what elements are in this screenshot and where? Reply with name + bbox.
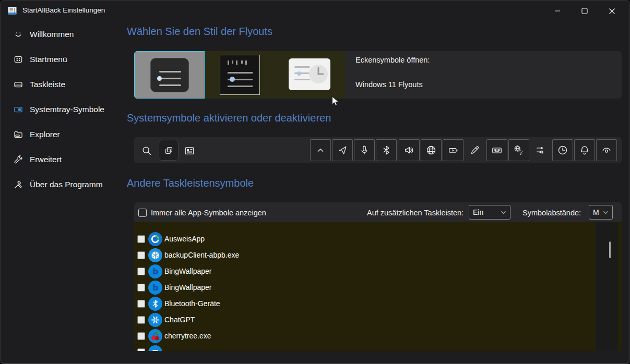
flyout-style-win10-tile[interactable] [220, 55, 260, 95]
list-item[interactable]: Bluetooth-Geräte [134, 296, 593, 312]
app-checkbox[interactable] [137, 251, 145, 259]
slider-knob [297, 71, 301, 76]
scrollbar-thumb[interactable] [609, 241, 611, 258]
list-item[interactable]: backupClient-abpb.exe [134, 248, 593, 264]
app-checkbox[interactable] [137, 348, 145, 351]
tray-toggle-hidden-icons[interactable] [596, 139, 617, 161]
app-name: BingWallpaper [164, 283, 212, 292]
app-name: BingWallpaper [164, 267, 212, 275]
tray-toggle-pen[interactable] [465, 139, 485, 161]
app-name: AusweisApp [164, 235, 205, 243]
svg-text:b: b [152, 283, 158, 293]
corner-icons-value[interactable]: Windows 11 Flyouts [355, 80, 423, 89]
tray-toggle-bluetooth[interactable] [376, 139, 397, 161]
tray-toggle-network[interactable] [421, 139, 442, 161]
battery-icon [447, 144, 459, 156]
close-button[interactable] [598, 1, 625, 21]
bell-icon [579, 144, 590, 156]
chevron-up-icon [315, 144, 326, 156]
sidebar-item-label: Willkommen [30, 30, 74, 39]
search-icon[interactable] [141, 145, 152, 156]
tools-icon [13, 179, 23, 190]
startallback-app-icon [7, 6, 17, 16]
icon-spacing-label: Symbolabstände: [522, 209, 581, 217]
sidebar-item-startmenu[interactable]: Startmenü [1, 50, 126, 69]
system-icons-panel: 字 [134, 137, 622, 163]
app-checkbox[interactable] [137, 332, 145, 340]
app-checkbox[interactable] [137, 300, 145, 308]
tray-toggle-clock[interactable] [552, 139, 573, 161]
titlebar[interactable]: StartAllBack Einstellungen [1, 1, 629, 21]
app-checkbox[interactable] [137, 268, 145, 275]
list-item[interactable]: ChatGPT [134, 312, 593, 329]
chatgpt-icon [148, 313, 162, 327]
app-icon [148, 345, 162, 351]
flyout-style-panel: Eckensymbole öffnen: Windows 11 Flyouts [134, 51, 622, 99]
tray-toggle-notifications[interactable] [574, 139, 595, 161]
wrench-icon [13, 154, 23, 165]
list-item[interactable]: b BingWallpaper [134, 264, 593, 280]
app-checkbox[interactable] [137, 235, 145, 243]
app-checkbox[interactable] [137, 316, 145, 324]
window-title: StartAllBack Einstellungen [22, 6, 105, 14]
app-name: backupClient-abpb.exe [164, 251, 239, 259]
bluetooth-icon [148, 297, 162, 311]
app-name: ChatGPT [164, 316, 195, 324]
list-item[interactable]: AusweisApp [134, 232, 593, 248]
tray-toggle-touch-keyboard[interactable] [486, 139, 507, 161]
sidebar-item-willkommen[interactable]: Willkommen [1, 25, 126, 44]
details-pane-icon[interactable] [184, 145, 195, 156]
other-icons-panel: Immer alle App-Symbole anzeigen Auf zusä… [134, 202, 622, 351]
tray-toggle-battery[interactable] [443, 139, 463, 161]
minimize-icon [554, 8, 561, 14]
folder-icon [13, 129, 23, 140]
minimize-button[interactable] [544, 1, 571, 21]
sidebar-item-label: Startmenü [30, 55, 67, 64]
flyouts-heading: Wählen Sie den Stil der Flyouts [127, 26, 272, 38]
list-item[interactable]: b BingWallpaper [134, 280, 593, 296]
sidebar-item-label: Explorer [30, 130, 60, 139]
microphone-icon [359, 144, 370, 156]
flyout-style-win11-tile[interactable] [134, 51, 205, 99]
sidebar-item-explorer[interactable]: Explorer [1, 125, 126, 144]
sidebar-item-systemtray-symbole[interactable]: Systemtray-Symbole [1, 100, 126, 119]
tray-toggle-chevron-up[interactable] [310, 139, 331, 161]
speaker-icon [403, 144, 415, 156]
bluetooth-icon [381, 144, 392, 156]
keyboard-icon [491, 144, 503, 156]
flyout-style-classic-tile[interactable] [289, 58, 330, 90]
extra-taskbars-select[interactable]: Ein [469, 205, 510, 220]
app-name: cherrytree.exe [164, 332, 211, 340]
window-stack-button[interactable] [159, 140, 179, 161]
sidebar-item-erweitert[interactable]: Erweitert [1, 150, 126, 169]
tray-toggle-volume[interactable] [399, 139, 420, 161]
bing-icon: b [148, 281, 162, 295]
sidebar-item-taskleiste[interactable]: Taskleiste [1, 75, 126, 94]
tray-toggle-location[interactable] [332, 139, 353, 161]
taskbar-icon [13, 79, 23, 90]
scrollbar-track[interactable] [596, 222, 617, 351]
list-item[interactable] [134, 345, 593, 351]
list-item[interactable]: cherrytree.exe [134, 329, 593, 345]
system-icons-heading: Systemsymbole aktivieren oder deaktivier… [127, 112, 331, 124]
sidebar-item-ueber-das-programm[interactable]: Über das Programm [1, 175, 126, 194]
icon-spacing-value: M [593, 208, 599, 216]
tray-toggle-microphone[interactable] [354, 139, 375, 161]
tray-toggle-volume-mixer[interactable] [530, 139, 551, 161]
always-show-checkbox[interactable] [138, 209, 147, 217]
maximize-button[interactable] [571, 1, 598, 21]
ausweisapp-icon [148, 232, 162, 246]
sidebar-item-label: Über das Programm [30, 180, 103, 189]
slider-knob [230, 77, 235, 82]
app-name: Bluetooth-Geräte [164, 299, 220, 308]
cherry-icon [148, 329, 162, 343]
systray-icon [13, 104, 23, 115]
clock-icon [557, 144, 568, 156]
chevron-down-icon [501, 210, 506, 215]
svg-text:字: 字 [519, 150, 524, 155]
backup-cube-icon [148, 248, 162, 262]
startmenu-icon [13, 54, 23, 65]
icon-spacing-select[interactable]: M [589, 205, 613, 220]
tray-toggle-language[interactable]: 字 [508, 139, 529, 161]
app-checkbox[interactable] [137, 284, 145, 292]
